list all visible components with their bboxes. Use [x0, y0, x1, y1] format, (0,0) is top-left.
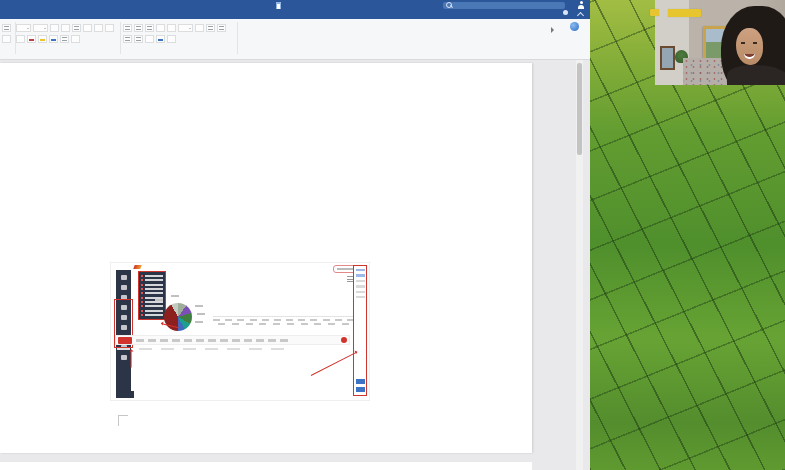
document-canvas	[0, 60, 583, 470]
screen	[0, 0, 785, 470]
search-icon	[446, 2, 452, 8]
ribbon	[0, 19, 590, 60]
figure-popup-menu	[138, 271, 166, 320]
red-arrow-icon	[130, 350, 131, 368]
yellow-highlight-mark	[650, 9, 659, 16]
figure-tab-next-icon	[341, 337, 347, 343]
figure-axis-labels	[213, 319, 354, 321]
ribbon-font-group[interactable]	[15, 22, 121, 54]
figure-panel-button	[356, 387, 365, 392]
format-pane-button[interactable]	[560, 22, 588, 56]
format-pane-icon	[570, 22, 579, 31]
margin-crop-mark	[118, 415, 128, 426]
window-title	[120, 0, 440, 10]
ribbon-clipboard-group[interactable]	[1, 22, 16, 54]
figure-axis-labels-2	[213, 323, 354, 325]
person-face	[736, 28, 763, 65]
figure-tab-strip-2	[117, 348, 347, 350]
share-person-icon	[563, 10, 568, 15]
collapse-ribbon-icon[interactable]	[577, 12, 584, 19]
page-1[interactable]	[0, 63, 532, 453]
gallery-more-icon[interactable]	[551, 25, 557, 31]
figure-2-1	[110, 262, 370, 401]
share-button[interactable]	[563, 10, 570, 15]
figure-bar-chart	[213, 274, 354, 317]
figure-message-panel	[353, 265, 367, 396]
figure-active-tab	[118, 337, 132, 344]
word-window	[0, 0, 590, 470]
figure-tab-strip	[115, 335, 350, 345]
person-shoulder	[727, 65, 785, 85]
figure-panel-button	[356, 379, 365, 384]
ribbon-tab-row	[0, 10, 590, 19]
figure-footer-block	[116, 391, 134, 398]
account-icon[interactable]	[577, 1, 585, 9]
picture-frame	[660, 46, 675, 70]
remote-desktop	[590, 0, 785, 470]
page-2[interactable]	[0, 462, 532, 470]
red-arrow-icon	[311, 351, 358, 376]
document-icon	[276, 2, 281, 9]
figure-logo-icon	[133, 265, 141, 269]
scrollbar[interactable]	[576, 60, 583, 470]
yellow-highlight-mark	[668, 9, 701, 17]
word-titlebar	[0, 0, 590, 10]
document-search[interactable]	[443, 2, 565, 9]
ribbon-paragraph-group[interactable]	[122, 22, 238, 54]
scrollbar-thumb[interactable]	[577, 63, 582, 155]
